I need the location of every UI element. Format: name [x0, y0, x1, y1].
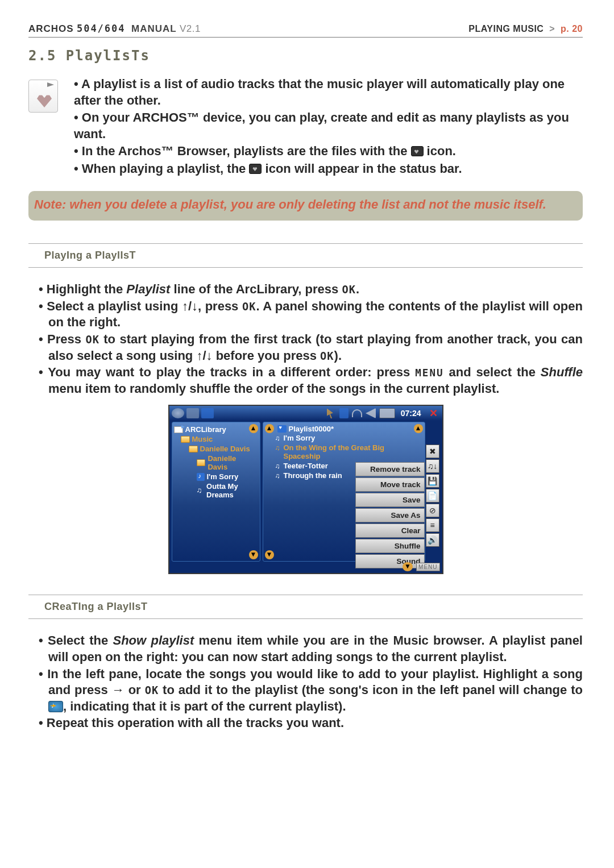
tree-album: Danielle Davis: [208, 454, 258, 471]
menu-item-clear[interactable]: Clear: [355, 524, 425, 538]
headphones-icon: [352, 409, 362, 417]
playlist-track: I'm Sorry: [284, 434, 316, 442]
menu-item-move-track[interactable]: Move track: [355, 477, 425, 492]
bottom-bar: ▼ MENU: [172, 562, 440, 572]
page-header: ARCHOS 504/604 MANUAL V2.1 PLAYING MUSIC…: [28, 23, 583, 38]
save-icon[interactable]: 💾: [426, 474, 439, 488]
scroll-down-icon[interactable]: ▼: [249, 550, 258, 559]
ok-button-glyph: OK: [320, 350, 334, 362]
step-item: Press OK to start playing from the first…: [28, 331, 583, 364]
note-callout: Note: when you delete a playlist, you ar…: [28, 191, 583, 221]
step-item: In the left pane, locate the songs you w…: [28, 666, 583, 715]
song-added-inline-icon: [48, 701, 63, 712]
intro-bullet-list: A playlist is a list of audio tracks tha…: [74, 76, 583, 178]
playlist-track: Teeter-Totter: [284, 462, 328, 470]
square-icon: [339, 408, 349, 418]
music-note-icon: [197, 487, 205, 494]
scroll-down-icon[interactable]: ▼: [265, 550, 274, 559]
folder-icon: [197, 459, 206, 466]
step-item: Repeat this operation with all the track…: [28, 715, 583, 732]
music-note-icon: [275, 443, 280, 460]
breadcrumb-arrow: >: [549, 24, 555, 34]
folder-icon: [189, 446, 198, 452]
menu-label[interactable]: MENU: [416, 563, 439, 571]
subsection-title-playing: PlayIng a PlaylIsT: [44, 250, 583, 261]
browser-left-pane[interactable]: ▲ ARCLibrary Music Danielle Davis Daniel…: [172, 422, 260, 562]
tree-music: Music: [192, 435, 213, 443]
close-icon[interactable]: ✕: [427, 407, 440, 420]
menu-item-shuffle[interactable]: Shuffle: [355, 539, 425, 553]
manual-label: MANUAL: [131, 23, 177, 34]
step-item: You may want to play the tracks in a dif…: [28, 364, 583, 397]
section-title: 2.5 PlaylIsTs: [28, 48, 583, 64]
status-bar: 07:24 ✕: [169, 406, 442, 421]
intro-bullet: When playing a playlist, the icon will a…: [74, 161, 583, 177]
scroll-up-icon[interactable]: ▲: [249, 424, 258, 433]
ok-button-glyph: OK: [145, 684, 159, 696]
menu-icons-column: ✖ ♫↓ 💾 📄 ⊘ ≡ 🔊: [426, 445, 441, 547]
music-note-icon: [275, 462, 280, 470]
library-icon: [174, 426, 183, 433]
context-menu: Remove track Move track Save Save As Cle…: [355, 462, 425, 570]
cursor-icon: [327, 408, 336, 418]
playlist-icon: [277, 425, 287, 433]
playlist-status-icon: [201, 408, 214, 418]
step-item: Select a playlist using ↑/↓, press OK. A…: [28, 298, 583, 331]
shuffle-icon[interactable]: ≡: [426, 518, 439, 532]
step-item: Highlight the Playlist line of the ArcLi…: [28, 281, 583, 298]
ok-button-glyph: OK: [85, 334, 99, 346]
folder-icon: [181, 436, 190, 443]
tree-song: Outta My Dreams: [206, 482, 258, 499]
intro-bullet: In the Archos™ Browser, playlists are th…: [74, 143, 583, 160]
playlist-small-icon: [411, 146, 424, 156]
playlist-right-pane[interactable]: ▲ ▲ Playlist0000* I'm Sorry On the Wing …: [263, 422, 425, 562]
version-label: V2.1: [180, 23, 201, 34]
playlist-title: Playlist0000*: [289, 425, 334, 433]
clear-icon[interactable]: ⊘: [426, 504, 439, 517]
sound-icon[interactable]: 🔊: [426, 533, 439, 547]
song-added-icon: [197, 473, 205, 481]
intro-block: A playlist is a list of audio tracks tha…: [28, 76, 583, 178]
right-arrow-glyph: →: [112, 683, 125, 697]
subsection-divider: PlayIng a PlaylIsT: [28, 243, 583, 268]
model-label: 504/604: [77, 23, 126, 34]
subsection-divider: CReaTIng a PlaylIsT: [28, 595, 583, 619]
tree-song: I'm Sorry: [207, 472, 239, 481]
speaker-icon: [366, 408, 376, 418]
menu-item-save-as[interactable]: Save As: [355, 508, 425, 522]
move-track-icon[interactable]: ♫↓: [426, 459, 439, 473]
battery-icon: [379, 408, 395, 418]
globe-icon: [172, 408, 184, 418]
breadcrumb-section: PLAYING MUSIC: [468, 24, 544, 34]
page-number: p. 20: [561, 24, 583, 34]
remove-track-icon[interactable]: ✖: [426, 445, 439, 458]
music-note-icon: [275, 434, 280, 442]
intro-bullet: A playlist is a list of audio tracks tha…: [74, 76, 583, 109]
save-as-icon[interactable]: 📄: [426, 489, 439, 502]
playlist-track-selected: On the Wing of the Great Big Spaceship: [284, 443, 423, 460]
ok-button-glyph: OK: [342, 284, 356, 296]
scroll-up-icon[interactable]: ▲: [265, 424, 274, 433]
step-item: Select the Show playlist menu item while…: [28, 633, 583, 665]
header-left: ARCHOS 504/604 MANUAL V2.1: [28, 23, 201, 35]
playlist-track: Through the rain: [284, 471, 342, 480]
up-down-arrows-glyph: ↑/↓: [182, 299, 198, 313]
playlist-file-icon: [28, 80, 58, 113]
subsection-title-creating: CReaTIng a PlaylIsT: [44, 601, 583, 613]
manual-page: ARCHOS 504/604 MANUAL V2.1 PLAYING MUSIC…: [0, 0, 614, 762]
tree-artist: Danielle Davis: [200, 445, 250, 453]
intro-bullet: On your ARCHOS™ device, you can play, cr…: [74, 110, 583, 142]
menu-item-save[interactable]: Save: [355, 493, 425, 507]
device-screenshot: 07:24 ✕ ▲ ARCLibrary Music Danielle Davi…: [168, 405, 443, 574]
playing-steps-list: Highlight the Playlist line of the ArcLi…: [28, 281, 583, 397]
music-note-icon: [275, 471, 280, 480]
creating-steps-list: Select the Show playlist menu item while…: [28, 633, 583, 732]
menu-item-remove-track[interactable]: Remove track: [355, 462, 425, 476]
brand-label: ARCHOS: [28, 23, 74, 34]
menu-button-glyph: MENU: [415, 367, 443, 379]
header-right: PLAYING MUSIC > p. 20: [468, 24, 583, 34]
scroll-down-icon[interactable]: ▼: [403, 562, 413, 571]
scroll-up-icon[interactable]: ▲: [414, 424, 423, 433]
disk-icon: [186, 408, 199, 418]
playlist-small-icon: [249, 164, 262, 174]
